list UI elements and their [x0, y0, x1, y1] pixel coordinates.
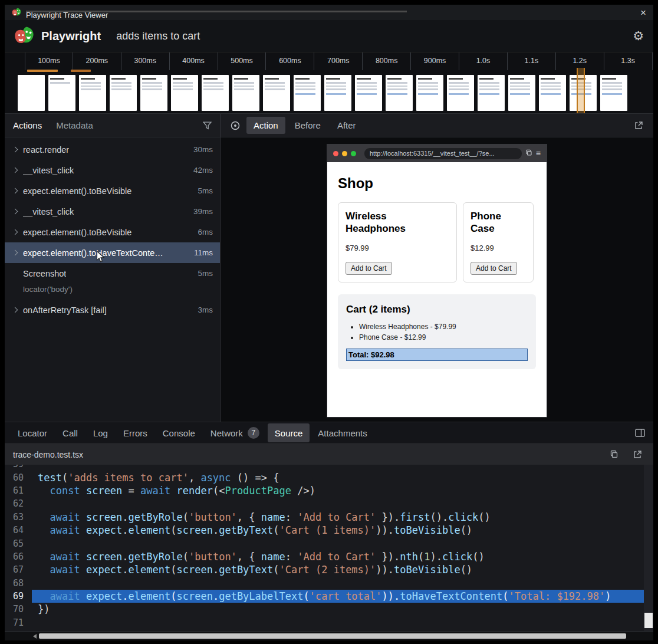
line-number: 61: [5, 485, 32, 496]
tab-call[interactable]: Call: [55, 423, 85, 442]
frame-sketch-highlight: [602, 93, 622, 95]
action-row[interactable]: expect.element().toBeVisible6ms: [5, 222, 220, 242]
snapshot-area: http://localhost:63315/__vitest_test__/?…: [221, 137, 653, 422]
tab-locator[interactable]: Locator: [11, 423, 54, 442]
vertical-scrollbar[interactable]: [644, 465, 653, 631]
tab-label: Call: [62, 428, 78, 438]
filmstrip-frame[interactable]: [18, 75, 45, 111]
action-row[interactable]: expect.element().toHaveTextConte…11ms: [5, 242, 220, 263]
frame-sketch-line: [357, 78, 371, 80]
filmstrip-frame[interactable]: [294, 75, 321, 111]
filmstrip-frame[interactable]: [79, 75, 106, 111]
filmstrip-frame[interactable]: [539, 75, 566, 111]
tab-network[interactable]: Network7: [203, 423, 267, 442]
action-item: react.render30ms: [5, 139, 220, 160]
split-view-icon[interactable]: [632, 425, 647, 441]
action-row[interactable]: onAfterRetryTask [fail]3ms: [5, 300, 220, 320]
frame-sketch-line: [81, 88, 101, 90]
code-token: [38, 551, 50, 563]
tab-console[interactable]: Console: [156, 423, 202, 442]
horizontal-scrollbar[interactable]: [5, 631, 653, 640]
action-row[interactable]: expect.element().toBeVisible5ms: [5, 180, 220, 201]
frame-sketch-line: [81, 78, 95, 80]
filmstrip-frame[interactable]: [600, 75, 627, 111]
code-token: (: [183, 551, 189, 563]
bottom-tabs: LocatorCallLogErrorsConsoleNetwork7Sourc…: [11, 423, 374, 442]
filmstrip-frame[interactable]: [202, 75, 229, 111]
filmstrip-frame[interactable]: [110, 75, 137, 111]
filmstrip-frame[interactable]: [324, 75, 351, 111]
product-cards: Wireless Headphones$79.99Add to CartPhon…: [338, 202, 536, 282]
code-token: :: [285, 511, 297, 523]
filmstrip-frame[interactable]: [508, 75, 535, 111]
code-token: element: [129, 564, 171, 576]
filter-icon[interactable]: [203, 121, 212, 130]
code-line: 66 await screen.getByRole('button', { na…: [5, 550, 653, 563]
timeline-tick: 1.0s: [459, 52, 508, 70]
tab-source[interactable]: Source: [268, 423, 310, 442]
code-token: screen: [86, 551, 122, 563]
timeline-selection-marker[interactable]: [577, 68, 585, 113]
filmstrip-frame[interactable]: [232, 75, 259, 111]
frame-sketch-line: [111, 88, 131, 90]
code-token: await: [50, 511, 80, 523]
action-row[interactable]: __vitest_click39ms: [5, 201, 220, 222]
pick-locator-icon[interactable]: [228, 118, 243, 133]
cart-title: Cart (2 items): [346, 304, 528, 316]
line-text: const screen = await render(<ProductPage…: [32, 484, 644, 497]
open-external-icon[interactable]: [631, 118, 646, 133]
horizontal-scrollbar-thumb[interactable]: [39, 633, 626, 639]
scroll-left-arrow-icon[interactable]: [33, 634, 37, 639]
timeline[interactable]: 100ms200ms300ms400ms500ms600ms700ms800ms…: [5, 52, 653, 113]
tab-before[interactable]: Before: [288, 117, 328, 134]
code-token: .: [122, 551, 128, 563]
filmstrip-frame[interactable]: [416, 75, 443, 111]
filmstrip-frame[interactable]: [171, 75, 198, 111]
close-icon[interactable]: ×: [640, 8, 646, 18]
copy-icon[interactable]: [606, 447, 621, 462]
chevron-right-icon: [12, 209, 18, 215]
gear-icon[interactable]: ⚙: [633, 29, 644, 43]
filmstrip-frame[interactable]: [140, 75, 167, 111]
filmstrip-frame[interactable]: [386, 75, 413, 111]
code-token: 'Add to Cart': [297, 511, 376, 523]
code-token: name: [261, 551, 285, 563]
action-row[interactable]: Screenshot5ms: [5, 263, 220, 284]
filmstrip-frame[interactable]: [447, 75, 474, 111]
code-token: render: [177, 485, 213, 497]
tab-after[interactable]: After: [330, 117, 363, 134]
code-line: 71: [5, 616, 653, 629]
playwright-logo: [14, 26, 34, 46]
tab-action[interactable]: Action: [246, 117, 285, 134]
timeline-action-bar: [71, 70, 91, 72]
code-token: [80, 551, 86, 563]
filmstrip-frame[interactable]: [48, 75, 75, 111]
open-source-external-icon[interactable]: [630, 447, 645, 462]
tab-label: Attachments: [318, 428, 367, 438]
frame-sketch-line: [449, 78, 463, 80]
tab-errors[interactable]: Errors: [116, 423, 154, 442]
actions-pane: ActionsMetadata react.render30ms__vitest…: [5, 114, 221, 422]
tab-log[interactable]: Log: [86, 423, 115, 442]
frame-sketch-highlight: [449, 93, 469, 95]
filmstrip-frame[interactable]: [263, 75, 290, 111]
filmstrip-frame[interactable]: [478, 75, 505, 111]
frame-sketch-line: [142, 78, 156, 80]
line-number: 71: [5, 617, 32, 628]
vertical-scrollbar-thumb[interactable]: [644, 613, 653, 628]
frame-sketch-line: [326, 88, 346, 90]
action-title: expect.element().toHaveTextConte…: [23, 248, 163, 258]
tab-actions[interactable]: Actions: [13, 120, 42, 130]
code-token: ).: [430, 551, 442, 563]
timeline-tick-label: 300ms: [134, 57, 156, 70]
action-item: expect.element().toBeVisible6ms: [5, 222, 220, 242]
action-row[interactable]: react.render30ms: [5, 139, 220, 160]
filmstrip-frame[interactable]: [355, 75, 382, 111]
action-row[interactable]: __vitest_click42ms: [5, 160, 220, 180]
code-token: click: [448, 511, 478, 523]
line-number: 59: [5, 465, 32, 469]
code-token: first: [400, 511, 430, 523]
tab-metadata[interactable]: Metadata: [56, 120, 93, 130]
tab-attachments[interactable]: Attachments: [311, 423, 374, 442]
frame-sketch-line: [602, 82, 622, 84]
